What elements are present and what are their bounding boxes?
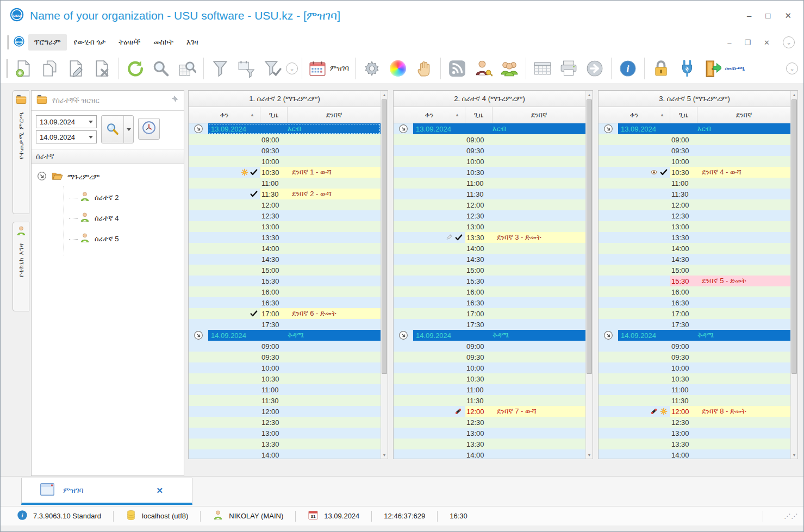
time-slot-row[interactable]: 13:00 [599,428,790,439]
expand-icon[interactable] [394,123,413,134]
pin-icon[interactable] [171,95,179,106]
client-cell[interactable] [697,373,790,384]
time-slot-row[interactable]: 09:00 [394,341,585,352]
time-slot-row[interactable]: 16:00 [394,286,585,297]
scroll-up-icon[interactable]: ▲ [791,91,797,98]
client-cell[interactable] [493,145,585,156]
date-row[interactable]: 14.09.2024ቅዳሜ [189,330,381,341]
time-slot-row[interactable]: 13:30ደንበኛ 3 - ድመት [394,232,585,243]
edit-document-button[interactable] [63,55,88,82]
client-cell[interactable] [493,221,585,232]
time-slot-row[interactable]: 11:00 [394,384,585,395]
client-cell[interactable] [697,449,790,459]
time-slot-row[interactable]: 09:30 [189,352,381,362]
time-slot-row[interactable]: 11:00 [394,178,585,189]
client-cell[interactable] [288,221,381,232]
column-header-time[interactable]: ጊዜ [465,107,493,123]
client-cell[interactable] [288,254,381,265]
client-cell[interactable] [288,265,381,276]
client-cell[interactable] [697,232,790,243]
client-cell[interactable] [493,352,585,362]
user-key-button[interactable] [471,55,496,82]
client-cell[interactable] [288,417,381,428]
client-cell[interactable] [288,395,381,406]
hand-button[interactable] [412,55,437,82]
client-cell[interactable] [697,145,790,156]
appointment-client-label[interactable]: ደንበኛ 8 - ድመት [697,406,790,417]
rss-button[interactable] [445,55,470,82]
time-slot-row[interactable]: 10:30ደንበኛ 4 - ውሻ [599,167,790,178]
client-cell[interactable] [697,297,790,308]
time-slot-row[interactable]: 14:30 [394,254,585,265]
client-cell[interactable] [493,319,585,330]
date-row[interactable]: 13.09.2024አርብ [189,123,381,134]
client-cell[interactable] [493,449,585,459]
client-cell[interactable] [697,265,790,276]
client-cell[interactable] [493,439,585,449]
client-cell[interactable] [493,210,585,221]
time-slot-row[interactable]: 12:00ደንበኛ 7 - ውሻ [394,406,585,417]
time-slot-row[interactable]: 14:00 [394,243,585,254]
menu-item-0[interactable]: ፕሮግራም [28,34,67,51]
time-slot-row[interactable]: 09:30 [599,145,790,156]
time-slot-row[interactable]: 16:00 [599,286,790,297]
client-cell[interactable] [493,297,585,308]
client-cell[interactable] [697,341,790,352]
client-cell[interactable] [288,362,381,373]
plug-button[interactable] [675,55,700,82]
time-slot-row[interactable]: 10:00 [599,362,790,373]
time-slot-row[interactable]: 13:30 [189,232,381,243]
time-slot-row[interactable]: 10:00 [189,362,381,373]
time-slot-row[interactable]: 11:30 [189,395,381,406]
minimize-button[interactable]: – [747,11,751,21]
time-slot-row[interactable]: 13:30 [394,439,585,449]
time-slot-row[interactable]: 13:00 [394,428,585,439]
time-slot-row[interactable]: 14:00 [189,243,381,254]
exit-door-button[interactable]: መውጫ [701,55,747,82]
toolbar-drag-handle[interactable] [6,59,8,78]
tab-registration[interactable]: ምዝገባ ✕ [21,478,192,505]
time-slot-row[interactable]: 09:30 [394,145,585,156]
time-slot-row[interactable]: 09:00 [189,341,381,352]
client-cell[interactable] [697,221,790,232]
time-slot-row[interactable]: 09:00 [189,134,381,145]
info-button[interactable]: i [615,55,640,82]
column-header-day[interactable]: ቀን▲ [394,107,465,123]
client-cell[interactable] [697,352,790,362]
users-group-button[interactable] [497,55,522,82]
client-cell[interactable] [697,417,790,428]
maximize-button[interactable]: □ [765,11,770,21]
time-slot-row[interactable]: 14:30 [189,254,381,265]
info-icon[interactable]: i [17,510,28,522]
search-button[interactable] [148,55,173,82]
column-header-client[interactable]: ደንበኛ [697,107,790,123]
time-button[interactable] [138,118,160,140]
tree-employee-2[interactable]: ሰራተኛ 4 [79,212,184,225]
time-slot-row[interactable]: 13:30 [599,232,790,243]
close-button[interactable]: ✕ [784,11,791,21]
column-header-time[interactable]: ጊዜ [670,107,697,123]
time-slot-row[interactable]: 10:30 [394,373,585,384]
time-slot-row[interactable]: 16:30 [394,297,585,308]
filter-button[interactable] [208,55,233,82]
appointment-client-label[interactable]: ደንበኛ 3 - ድመት [493,232,585,243]
time-slot-row[interactable]: 11:00 [189,384,381,395]
client-cell[interactable] [493,417,585,428]
client-cell[interactable] [288,406,381,417]
appointment-client-label[interactable]: ደንበኛ 1 - ውሻ [288,167,381,178]
time-slot-row[interactable]: 13:00 [394,221,585,232]
time-slot-row[interactable]: 12:00 [599,199,790,210]
time-slot-row[interactable]: 12:30 [599,210,790,221]
client-cell[interactable] [288,199,381,210]
time-slot-row[interactable]: 11:00 [599,384,790,395]
time-slot-row[interactable]: 17:30 [189,319,381,330]
time-slot-row[interactable]: 09:00 [599,134,790,145]
time-slot-row[interactable]: 17:00 [599,308,790,319]
scroll-up-icon[interactable]: ▲ [586,91,593,98]
time-slot-row[interactable]: 13:00 [599,221,790,232]
time-slot-row[interactable]: 10:00 [599,156,790,167]
time-slot-row[interactable]: 09:30 [599,352,790,362]
client-cell[interactable] [697,134,790,145]
search-dropdown-button[interactable] [123,116,133,143]
client-cell[interactable] [288,243,381,254]
